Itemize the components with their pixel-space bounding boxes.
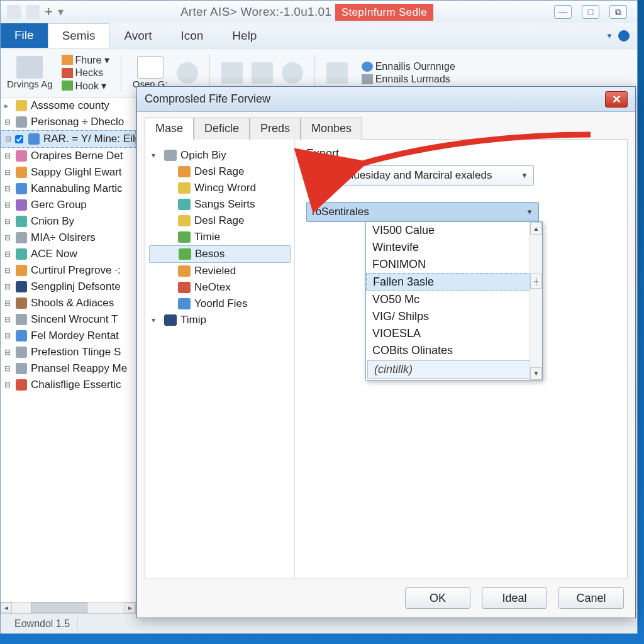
dropdown-option[interactable]: Fallen 3asle	[366, 273, 542, 291]
menu-help[interactable]: Help	[218, 23, 271, 48]
expand-icon[interactable]: ▸	[4, 101, 12, 110]
sidebar-item[interactable]: ⊟ACE Now	[1, 246, 136, 262]
expand-icon[interactable]: ⊟	[4, 233, 12, 242]
sidebar-item[interactable]: ⊟RAR. = Y/ Mine: Eile	[1, 130, 136, 148]
expand-icon[interactable]: ⊟	[5, 135, 11, 143]
dropdown-option[interactable]: FONIMON	[366, 256, 542, 273]
expand-icon[interactable]: ⊟	[4, 152, 12, 160]
sidebar-item[interactable]: ⊟Orapires Berne Det	[1, 148, 136, 164]
sidebar-item[interactable]: ⊟Chalisflige Essertic	[1, 377, 136, 393]
menu-semis[interactable]: Semis	[48, 23, 110, 48]
ribbon-icon[interactable]	[252, 62, 273, 84]
tree-node[interactable]: ▾Opich Biy	[149, 147, 291, 164]
minimize-button[interactable]: —	[554, 5, 572, 19]
maximize-button[interactable]: □	[582, 5, 599, 19]
sidebar-item[interactable]: ⊟Curtirul Pregrove ·:	[1, 262, 136, 279]
tree-node[interactable]: Besos	[149, 245, 291, 263]
tree-node[interactable]: Wincg Wrord	[149, 180, 291, 196]
help-icon[interactable]	[618, 30, 630, 42]
ribbon-collapse-icon[interactable]: ▼	[606, 31, 613, 40]
dropdown-option[interactable]: COBits Olinates	[366, 342, 542, 359]
sidebar-item[interactable]: ⊟Perisonag ÷ Dheclo	[1, 114, 136, 130]
sidebar-item[interactable]: ▸Asssome county	[1, 97, 136, 114]
tree-chevron-icon[interactable]: ▾	[152, 316, 160, 325]
restore-button[interactable]: ⧉	[609, 5, 627, 19]
sidebar-item[interactable]: ⊟Cnion By	[1, 213, 136, 230]
tree-node[interactable]: Desl Rage	[149, 213, 291, 229]
expand-icon[interactable]: ⊟	[4, 118, 12, 126]
sentirales-combo[interactable]: roSentirales ▼	[306, 202, 539, 222]
sidebar-item[interactable]: ⊟Sincenl Wrocunt T	[1, 311, 136, 328]
sidebar-item[interactable]: ⊟Gerc Group	[1, 197, 136, 213]
sidebar-item[interactable]: ⊟Sappy Glighl Ewart	[1, 164, 136, 180]
expand-icon[interactable]: ⊟	[4, 250, 12, 258]
scroll-up-icon[interactable]: ▲	[530, 222, 542, 235]
file-menu[interactable]: File	[1, 23, 48, 48]
sidebar-tree[interactable]: ▸Asssome county⊟Perisonag ÷ Dheclo⊟RAR. …	[1, 97, 136, 613]
expand-icon[interactable]: ⊟	[4, 299, 12, 308]
tree-node[interactable]: Revieled	[149, 263, 291, 279]
ribbon-icon[interactable]	[326, 62, 348, 84]
expand-icon[interactable]: ⊟	[4, 168, 12, 177]
tree-node[interactable]: Sangs Seirts	[149, 196, 291, 213]
sidebar-item[interactable]: ⊟Shools & Adiaces	[1, 295, 136, 311]
scroll-down-icon[interactable]: ▼	[530, 367, 542, 380]
expand-icon[interactable]: ⊟	[4, 315, 12, 324]
sentirales-dropdown[interactable]: ▲ ┼ ▼ VI500 CalueWintevifeFONIMONFallen …	[365, 221, 543, 380]
ribbon-hecks[interactable]: Hecks	[75, 67, 103, 79]
close-button[interactable]: ✕	[605, 91, 628, 108]
tree-node[interactable]: NeOtex	[149, 279, 291, 296]
sidebar-item[interactable]: ⊟Kannabuling Martic	[1, 180, 136, 197]
qat-add-icon[interactable]: +	[45, 4, 53, 20]
ok-button[interactable]: OK	[405, 587, 470, 609]
dropdown-option[interactable]: VI500 Calue	[366, 222, 542, 239]
qat-dropdown-icon[interactable]: ▾	[58, 5, 64, 19]
tab-monbes[interactable]: Monbes	[301, 118, 362, 140]
ribbon-hook[interactable]: Hook ▾	[75, 80, 107, 92]
sidebar-item[interactable]: ⊟MIA÷ Olsirers	[1, 230, 136, 246]
tree-chevron-icon[interactable]: ▾	[152, 151, 160, 160]
tree-node[interactable]: Yoorld Fies	[149, 296, 291, 312]
expand-icon[interactable]: ⊟	[4, 266, 12, 275]
tab-deficle[interactable]: Deficle	[194, 118, 250, 140]
tree-node[interactable]: ▾Timip	[149, 312, 291, 328]
menu-avort[interactable]: Avort	[109, 23, 166, 48]
sidebar-item[interactable]: ⊟Pnansel Reappy Me	[1, 360, 136, 377]
export-combo[interactable]: Wabe luesiday and Marciral exaleds ▼	[315, 165, 534, 186]
tab-mase[interactable]: Mase	[145, 118, 194, 140]
ribbon-link[interactable]: Ennailis Ournnıge	[375, 61, 455, 72]
expand-icon[interactable]: ⊟	[4, 282, 12, 291]
dialog-tree[interactable]: ▾Opich BiyDesl RageWincg WrordSangs Seir…	[145, 140, 295, 579]
dropdown-option[interactable]: VIOESLA	[366, 325, 542, 342]
dropdown-edit-option[interactable]: (cintillk)	[367, 360, 541, 379]
ideal-button[interactable]: Ideal	[482, 587, 547, 609]
sidebar-checkbox[interactable]	[15, 135, 23, 143]
expand-icon[interactable]: ⊟	[4, 364, 12, 373]
ribbon-group-osen[interactable]: Osen G:	[133, 56, 168, 89]
expand-icon[interactable]: ⊟	[4, 348, 12, 357]
expand-icon[interactable]: ⊟	[4, 331, 12, 340]
expand-icon[interactable]: ⊟	[4, 217, 12, 226]
sidebar-hscrollbar[interactable]: ◄►	[1, 602, 136, 613]
tree-node[interactable]: Desl Rage	[149, 164, 291, 180]
ribbon-icon[interactable]	[177, 62, 198, 84]
menu-icon[interactable]: Icon	[166, 23, 218, 48]
dialog-titlebar[interactable]: Comprosled Fife Forview ✕	[137, 87, 635, 112]
qat-icon[interactable]	[7, 5, 21, 19]
sidebar-item[interactable]: ⊟Sengplinj Defsonte	[1, 279, 136, 295]
ribbon-fhure[interactable]: Fhure ▾	[75, 54, 109, 66]
tab-preds[interactable]: Preds	[250, 118, 301, 140]
ribbon-group-drvings[interactable]: Drvings Ag	[7, 56, 53, 89]
dropdown-option[interactable]: VIG/ Shilps	[366, 308, 542, 325]
dropdown-option[interactable]: Wintevife	[366, 239, 542, 256]
expand-icon[interactable]: ⊟	[4, 184, 12, 193]
qat-icon[interactable]	[26, 5, 40, 19]
dropdown-option[interactable]: VO50 Mc	[366, 291, 542, 308]
dropdown-scrollbar[interactable]: ▲ ┼ ▼	[530, 222, 542, 380]
ribbon-icon[interactable]	[282, 62, 303, 84]
ribbon-icon[interactable]	[221, 62, 243, 84]
expand-icon[interactable]: ⊟	[4, 201, 12, 209]
ribbon-link[interactable]: Ennails Lurmads	[375, 74, 450, 85]
tree-node[interactable]: Timie	[149, 229, 291, 245]
sidebar-item[interactable]: ⊟Fel Mordey Rentat	[1, 328, 136, 344]
